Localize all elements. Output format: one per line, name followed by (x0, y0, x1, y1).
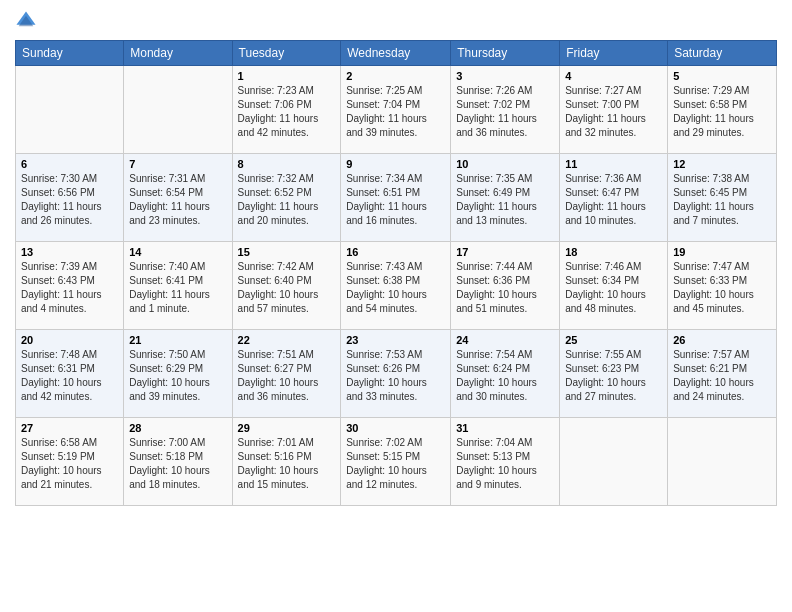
calendar-cell (668, 418, 777, 506)
day-number: 3 (456, 70, 554, 82)
calendar-cell: 6Sunrise: 7:30 AM Sunset: 6:56 PM Daylig… (16, 154, 124, 242)
day-info: Sunrise: 7:57 AM Sunset: 6:21 PM Dayligh… (673, 348, 771, 404)
day-number: 5 (673, 70, 771, 82)
calendar-cell: 23Sunrise: 7:53 AM Sunset: 6:26 PM Dayli… (341, 330, 451, 418)
calendar-cell (16, 66, 124, 154)
col-header-wednesday: Wednesday (341, 41, 451, 66)
header-row: SundayMondayTuesdayWednesdayThursdayFrid… (16, 41, 777, 66)
day-info: Sunrise: 7:01 AM Sunset: 5:16 PM Dayligh… (238, 436, 336, 492)
calendar-cell: 13Sunrise: 7:39 AM Sunset: 6:43 PM Dayli… (16, 242, 124, 330)
calendar-table: SundayMondayTuesdayWednesdayThursdayFrid… (15, 40, 777, 506)
day-info: Sunrise: 7:38 AM Sunset: 6:45 PM Dayligh… (673, 172, 771, 228)
calendar-cell: 21Sunrise: 7:50 AM Sunset: 6:29 PM Dayli… (124, 330, 232, 418)
col-header-monday: Monday (124, 41, 232, 66)
day-number: 1 (238, 70, 336, 82)
calendar-cell: 18Sunrise: 7:46 AM Sunset: 6:34 PM Dayli… (560, 242, 668, 330)
calendar-cell: 22Sunrise: 7:51 AM Sunset: 6:27 PM Dayli… (232, 330, 341, 418)
logo (15, 10, 39, 32)
week-row-5: 27Sunrise: 6:58 AM Sunset: 5:19 PM Dayli… (16, 418, 777, 506)
day-number: 17 (456, 246, 554, 258)
calendar-cell: 17Sunrise: 7:44 AM Sunset: 6:36 PM Dayli… (451, 242, 560, 330)
day-info: Sunrise: 7:02 AM Sunset: 5:15 PM Dayligh… (346, 436, 445, 492)
calendar-cell: 8Sunrise: 7:32 AM Sunset: 6:52 PM Daylig… (232, 154, 341, 242)
day-info: Sunrise: 7:53 AM Sunset: 6:26 PM Dayligh… (346, 348, 445, 404)
day-info: Sunrise: 7:44 AM Sunset: 6:36 PM Dayligh… (456, 260, 554, 316)
day-number: 13 (21, 246, 118, 258)
calendar-cell: 5Sunrise: 7:29 AM Sunset: 6:58 PM Daylig… (668, 66, 777, 154)
calendar-cell: 1Sunrise: 7:23 AM Sunset: 7:06 PM Daylig… (232, 66, 341, 154)
col-header-friday: Friday (560, 41, 668, 66)
day-number: 30 (346, 422, 445, 434)
day-number: 19 (673, 246, 771, 258)
header (15, 10, 777, 32)
day-info: Sunrise: 7:50 AM Sunset: 6:29 PM Dayligh… (129, 348, 226, 404)
day-number: 7 (129, 158, 226, 170)
page: SundayMondayTuesdayWednesdayThursdayFrid… (0, 0, 792, 516)
day-info: Sunrise: 7:23 AM Sunset: 7:06 PM Dayligh… (238, 84, 336, 140)
day-number: 31 (456, 422, 554, 434)
day-info: Sunrise: 7:34 AM Sunset: 6:51 PM Dayligh… (346, 172, 445, 228)
calendar-cell: 28Sunrise: 7:00 AM Sunset: 5:18 PM Dayli… (124, 418, 232, 506)
day-info: Sunrise: 7:55 AM Sunset: 6:23 PM Dayligh… (565, 348, 662, 404)
day-number: 23 (346, 334, 445, 346)
logo-icon (15, 10, 37, 32)
calendar-cell: 11Sunrise: 7:36 AM Sunset: 6:47 PM Dayli… (560, 154, 668, 242)
day-number: 16 (346, 246, 445, 258)
day-info: Sunrise: 7:51 AM Sunset: 6:27 PM Dayligh… (238, 348, 336, 404)
calendar-cell: 2Sunrise: 7:25 AM Sunset: 7:04 PM Daylig… (341, 66, 451, 154)
calendar-cell: 7Sunrise: 7:31 AM Sunset: 6:54 PM Daylig… (124, 154, 232, 242)
day-info: Sunrise: 7:48 AM Sunset: 6:31 PM Dayligh… (21, 348, 118, 404)
day-number: 27 (21, 422, 118, 434)
day-info: Sunrise: 7:25 AM Sunset: 7:04 PM Dayligh… (346, 84, 445, 140)
day-info: Sunrise: 7:35 AM Sunset: 6:49 PM Dayligh… (456, 172, 554, 228)
day-number: 15 (238, 246, 336, 258)
calendar-cell: 26Sunrise: 7:57 AM Sunset: 6:21 PM Dayli… (668, 330, 777, 418)
day-info: Sunrise: 7:54 AM Sunset: 6:24 PM Dayligh… (456, 348, 554, 404)
day-info: Sunrise: 7:46 AM Sunset: 6:34 PM Dayligh… (565, 260, 662, 316)
day-info: Sunrise: 7:00 AM Sunset: 5:18 PM Dayligh… (129, 436, 226, 492)
calendar-cell: 30Sunrise: 7:02 AM Sunset: 5:15 PM Dayli… (341, 418, 451, 506)
col-header-saturday: Saturday (668, 41, 777, 66)
calendar-cell: 27Sunrise: 6:58 AM Sunset: 5:19 PM Dayli… (16, 418, 124, 506)
day-number: 6 (21, 158, 118, 170)
calendar-cell: 31Sunrise: 7:04 AM Sunset: 5:13 PM Dayli… (451, 418, 560, 506)
day-info: Sunrise: 7:42 AM Sunset: 6:40 PM Dayligh… (238, 260, 336, 316)
calendar-cell: 15Sunrise: 7:42 AM Sunset: 6:40 PM Dayli… (232, 242, 341, 330)
day-info: Sunrise: 7:32 AM Sunset: 6:52 PM Dayligh… (238, 172, 336, 228)
calendar-cell: 24Sunrise: 7:54 AM Sunset: 6:24 PM Dayli… (451, 330, 560, 418)
day-number: 12 (673, 158, 771, 170)
day-number: 9 (346, 158, 445, 170)
day-info: Sunrise: 7:39 AM Sunset: 6:43 PM Dayligh… (21, 260, 118, 316)
day-info: Sunrise: 7:47 AM Sunset: 6:33 PM Dayligh… (673, 260, 771, 316)
day-number: 20 (21, 334, 118, 346)
calendar-cell: 10Sunrise: 7:35 AM Sunset: 6:49 PM Dayli… (451, 154, 560, 242)
week-row-1: 1Sunrise: 7:23 AM Sunset: 7:06 PM Daylig… (16, 66, 777, 154)
day-info: Sunrise: 6:58 AM Sunset: 5:19 PM Dayligh… (21, 436, 118, 492)
day-info: Sunrise: 7:36 AM Sunset: 6:47 PM Dayligh… (565, 172, 662, 228)
day-info: Sunrise: 7:43 AM Sunset: 6:38 PM Dayligh… (346, 260, 445, 316)
calendar-cell: 19Sunrise: 7:47 AM Sunset: 6:33 PM Dayli… (668, 242, 777, 330)
calendar-cell: 16Sunrise: 7:43 AM Sunset: 6:38 PM Dayli… (341, 242, 451, 330)
day-number: 4 (565, 70, 662, 82)
calendar-cell: 4Sunrise: 7:27 AM Sunset: 7:00 PM Daylig… (560, 66, 668, 154)
day-info: Sunrise: 7:30 AM Sunset: 6:56 PM Dayligh… (21, 172, 118, 228)
day-number: 28 (129, 422, 226, 434)
day-info: Sunrise: 7:31 AM Sunset: 6:54 PM Dayligh… (129, 172, 226, 228)
col-header-thursday: Thursday (451, 41, 560, 66)
col-header-tuesday: Tuesday (232, 41, 341, 66)
day-number: 22 (238, 334, 336, 346)
day-number: 8 (238, 158, 336, 170)
day-number: 2 (346, 70, 445, 82)
day-info: Sunrise: 7:27 AM Sunset: 7:00 PM Dayligh… (565, 84, 662, 140)
calendar-cell: 9Sunrise: 7:34 AM Sunset: 6:51 PM Daylig… (341, 154, 451, 242)
week-row-3: 13Sunrise: 7:39 AM Sunset: 6:43 PM Dayli… (16, 242, 777, 330)
calendar-cell: 25Sunrise: 7:55 AM Sunset: 6:23 PM Dayli… (560, 330, 668, 418)
day-number: 18 (565, 246, 662, 258)
col-header-sunday: Sunday (16, 41, 124, 66)
week-row-2: 6Sunrise: 7:30 AM Sunset: 6:56 PM Daylig… (16, 154, 777, 242)
day-info: Sunrise: 7:04 AM Sunset: 5:13 PM Dayligh… (456, 436, 554, 492)
day-number: 14 (129, 246, 226, 258)
calendar-cell: 14Sunrise: 7:40 AM Sunset: 6:41 PM Dayli… (124, 242, 232, 330)
day-number: 29 (238, 422, 336, 434)
day-info: Sunrise: 7:29 AM Sunset: 6:58 PM Dayligh… (673, 84, 771, 140)
